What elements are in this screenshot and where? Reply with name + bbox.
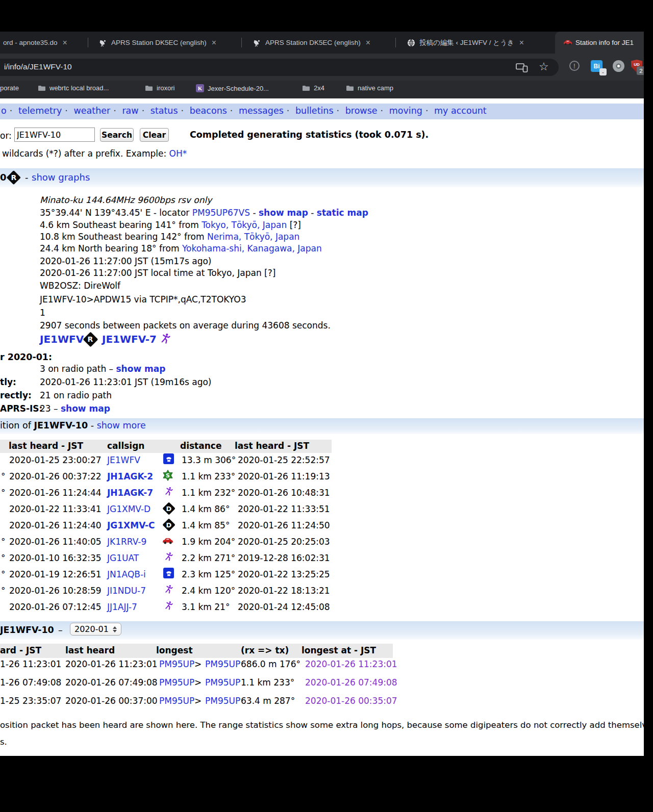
dash: –	[58, 625, 63, 635]
close-icon[interactable]: ×	[366, 38, 370, 47]
extension-info-icon[interactable]: !	[569, 61, 580, 71]
nav-item-messages[interactable]: messages	[239, 106, 284, 116]
last-heard: 2020-01-19 12:26:51	[9, 569, 102, 579]
callsign-link[interactable]: JG1XMV-C	[107, 520, 155, 530]
car-icon	[563, 39, 571, 47]
device-info: WB2OSZ: DireWolf	[40, 281, 120, 291]
callsign-link[interactable]: JG1XMV-D	[107, 504, 150, 514]
show-map-link[interactable]: show map	[259, 208, 308, 218]
callsign-link[interactable]: JE1WFV	[107, 455, 140, 465]
cast-icon[interactable]	[516, 63, 528, 74]
bookmark-item[interactable]: porate	[0, 84, 19, 92]
distance: 1.4 km 86°	[182, 504, 230, 514]
bookmark-folder[interactable]: webrtc local broad...	[38, 84, 109, 92]
cut-course: °	[1, 553, 6, 563]
longest-at-link[interactable]: 2020-01-26 07:49:08	[305, 677, 397, 688]
nav-item-bulletins[interactable]: bulletins	[295, 106, 334, 116]
url-text[interactable]: i/info/a/JE1WFV-10	[4, 62, 72, 71]
nav-item-my-account[interactable]: my account	[434, 106, 487, 116]
car-icon	[162, 537, 173, 547]
folder-icon	[302, 85, 310, 91]
nav-item-telemetry[interactable]: telemetry	[18, 106, 62, 116]
callsign-link[interactable]: JK1RRV-9	[107, 537, 146, 547]
search-button[interactable]: Search	[100, 128, 134, 142]
dash: -	[250, 208, 259, 218]
locator-link[interactable]: PM95UP	[159, 677, 194, 688]
heard-label: APRS-IS:	[0, 403, 42, 414]
show-graphs-link[interactable]: show graphs	[32, 172, 90, 183]
locator-link[interactable]: PM95UP67VS	[192, 208, 250, 218]
packet-path: JE1WFV-10>APDW15 via TCPIP*,qAC,T2TOKYO3	[40, 294, 246, 304]
show-map-link[interactable]: show map	[61, 403, 110, 414]
locator-link[interactable]: PM95UP	[205, 677, 240, 688]
bookmark-folder[interactable]: iroxori	[145, 84, 174, 92]
month-select[interactable]: 2020-01	[70, 623, 121, 636]
nav-item-moving[interactable]: moving	[389, 106, 422, 116]
bookmark-item[interactable]: KJexer-Schedule-20...	[196, 84, 269, 92]
address-bar[interactable]: i/info/a/JE1WFV-10 ☆	[0, 59, 559, 76]
tab-aprs-2[interactable]: APRS Station DK5EC (english) ×	[243, 32, 404, 54]
column-header: longest at - JST	[302, 645, 376, 655]
station-callsign-partial: 0	[0, 172, 7, 183]
aprs-fi-page: o· telemetry· weather· raw· status· beac…	[0, 98, 644, 756]
nav-item-beacons[interactable]: beacons	[190, 106, 227, 116]
clear-button[interactable]: Clear	[140, 128, 169, 142]
table-row: 2020-01-25 23:00:27 JE1WFV 13.3 m 306° 2…	[0, 453, 332, 469]
close-icon[interactable]: ×	[519, 38, 524, 47]
locator-link[interactable]: PM95UP	[159, 659, 194, 669]
extension-camera-icon[interactable]	[613, 60, 624, 72]
tab-station-info-active[interactable]: Station info for JE1	[555, 32, 652, 54]
bookmark-star-icon[interactable]: ☆	[539, 60, 549, 73]
near-section-band: ition of JE1WFV-10 - show more	[0, 418, 644, 434]
nav-item-raw[interactable]: raw	[122, 106, 138, 116]
callsign-link[interactable]: JH1AGK-7	[107, 488, 153, 498]
related-callsign-link[interactable]: JE1WFV-7	[102, 333, 157, 345]
extension-bi-icon[interactable]: Bi -	[591, 60, 602, 72]
runner-icon	[164, 551, 173, 564]
nav-item-status[interactable]: status	[150, 106, 178, 116]
callsign-link[interactable]: JI1NDU-7	[107, 586, 146, 596]
nav-item[interactable]: o	[1, 106, 7, 116]
callsign-link[interactable]: JN1AQB-i	[107, 569, 146, 579]
show-map-link[interactable]: show map	[116, 364, 165, 374]
runner-icon	[164, 584, 173, 597]
column-header: distance	[180, 441, 221, 451]
select-arrows-icon	[113, 626, 117, 632]
show-more-link[interactable]: show more	[97, 420, 146, 430]
tab-document[interactable]: ord - apnote35.do ×	[0, 32, 90, 54]
city-link-yokohama[interactable]: Yokohama-shi, Kanagawa, Japan	[182, 243, 322, 253]
hint-example-link[interactable]: OH*	[169, 148, 187, 159]
dash: -	[25, 172, 29, 183]
last-heard: 2020-01-25 22:52:57	[238, 455, 330, 465]
locator-link[interactable]: PM95UP	[205, 659, 240, 669]
bearing-text: 10.8 km Southeast bearing 142° from	[40, 232, 207, 242]
city-link-tokyo[interactable]: Tokyo, Tōkyō, Japan	[202, 220, 287, 230]
longest-at-link[interactable]: 2020-01-26 11:23:01	[305, 659, 397, 669]
close-icon[interactable]: ×	[63, 38, 67, 47]
callsign-search-input[interactable]	[14, 128, 95, 142]
locator-link[interactable]: PM95UP	[159, 696, 194, 706]
nav-item-weather[interactable]: weather	[74, 106, 111, 116]
last-heard: 2020-01-26 11:24:50	[238, 520, 330, 530]
longest-at-link[interactable]: 2020-01-26 00:35:07	[305, 696, 397, 706]
tab-wordpress[interactable]: 投稿の編集 ‹ JE1WFV / とうき ×	[397, 32, 561, 54]
tab-aprs-1[interactable]: APRS Station DK5EC (english) ×	[89, 32, 250, 54]
callsign-link[interactable]: JG1UAT	[107, 553, 139, 563]
nav-separator: ·	[287, 106, 290, 116]
static-map-link[interactable]: static map	[317, 208, 368, 218]
locator-link[interactable]: PM95UP	[205, 696, 240, 706]
star-letter: S	[162, 470, 173, 481]
desktop: ord - apnote35.do × APRS Station DK5EC (…	[0, 0, 653, 812]
callsign-link[interactable]: JH1AGK-2	[107, 471, 153, 481]
runner-icon	[164, 486, 173, 499]
related-callsign-link[interactable]: JE1WFV	[40, 333, 84, 345]
close-icon[interactable]: ×	[212, 38, 216, 47]
bookmark-folder[interactable]: native camp	[346, 84, 393, 92]
bookmark-folder[interactable]: 2x4	[302, 84, 324, 92]
nav-item-browse[interactable]: browse	[345, 106, 378, 116]
city-link-nerima[interactable]: Nerima, Tōkyō, Japan	[207, 232, 299, 242]
digipeater-symbol-icon: R	[7, 170, 21, 185]
last-heard: 2020-01-25 23:00:27	[9, 455, 102, 465]
table-row: 2020-01-26 07:12:45 JJ1AJJ-7 3.1 km 21° …	[0, 600, 332, 616]
callsign-link[interactable]: JJ1AJJ-7	[107, 602, 137, 612]
